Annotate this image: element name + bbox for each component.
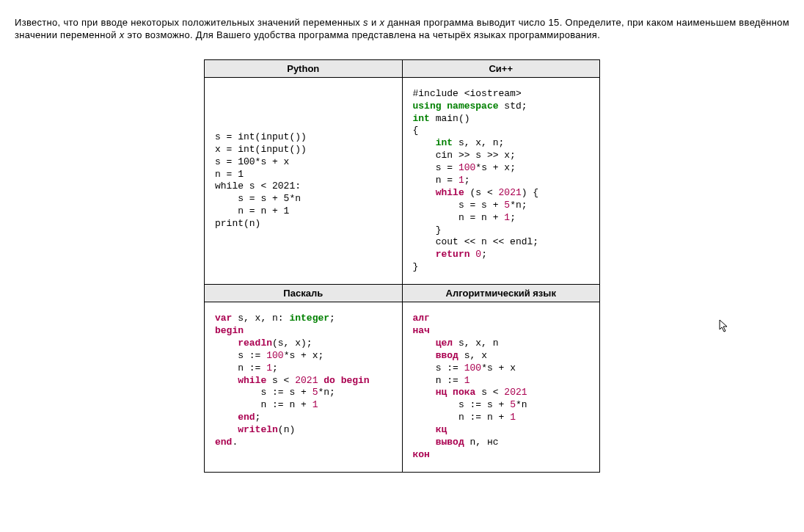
header-cpp: Си++ (402, 59, 600, 77)
code-alg: алг нач цел s, x, n ввод s, x s := 100*s… (413, 313, 593, 462)
code-python: s = int(input()) x = int(input()) s = 10… (215, 131, 395, 230)
cell-python: s = int(input()) x = int(input()) s = 10… (205, 77, 403, 284)
var-s: s (363, 17, 368, 28)
header-alg: Алгоритмический язык (402, 285, 600, 302)
cell-pascal: var s, x, n: integer; begin readln(s, x)… (205, 302, 403, 473)
header-pascal: Паскаль (205, 285, 403, 302)
problem-text: Известно, что при вводе некоторых положи… (15, 17, 789, 42)
problem-text-2: и (368, 17, 379, 28)
cell-alg: алг нач цел s, x, n ввод s, x s := 100*s… (402, 302, 600, 473)
mouse-cursor-icon (719, 319, 729, 334)
header-python: Python (205, 59, 403, 77)
var-x-2: x (120, 29, 125, 40)
problem-text-4: это возможно. Для Вашего удобства програ… (125, 29, 601, 40)
cell-cpp: #include <iostream> using namespace std;… (402, 77, 600, 284)
code-pascal: var s, x, n: integer; begin readln(s, x)… (215, 313, 395, 449)
code-cpp: #include <iostream> using namespace std;… (413, 88, 593, 274)
problem-text-1: Известно, что при вводе некоторых положи… (15, 17, 363, 28)
code-table: Python Си++ s = int(input()) x = int(inp… (204, 59, 600, 473)
